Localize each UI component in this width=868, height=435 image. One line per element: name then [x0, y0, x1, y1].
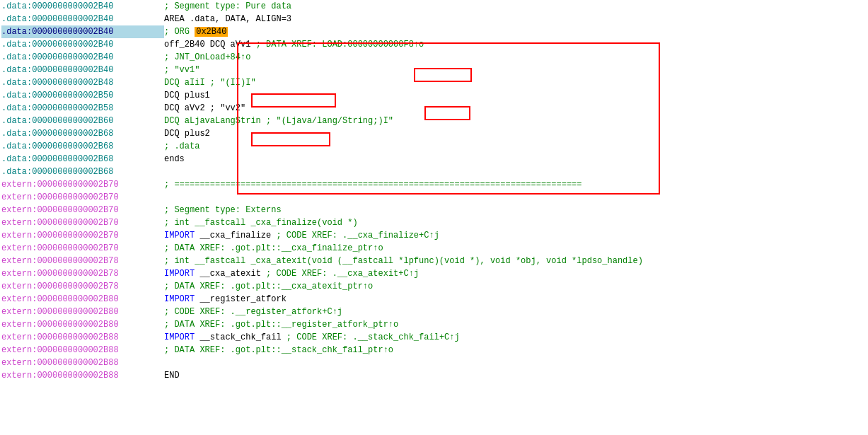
- line-content: DCQ plus1: [164, 89, 210, 102]
- line-address: extern:0000000000002B70: [1, 242, 164, 255]
- line-content: ; ORG 0x2B40: [164, 25, 228, 38]
- line-address: .data:0000000000002B40: [1, 25, 164, 38]
- code-line: extern:0000000000002B80 IMPORT __registe…: [0, 293, 868, 306]
- line-address: extern:0000000000002B88: [1, 331, 164, 344]
- code-line: .data:0000000000002B40 ; "vv1": [0, 64, 868, 76]
- line-address: extern:0000000000002B80: [1, 293, 164, 306]
- line-address: extern:0000000000002B80: [1, 306, 164, 318]
- line-content: ; .data: [164, 140, 199, 153]
- code-line: extern:0000000000002B88: [0, 356, 868, 369]
- code-line: extern:0000000000002B78 ; int __fastcall…: [0, 255, 868, 267]
- line-content: ; Segment type: Externs: [164, 204, 282, 216]
- line-address: .data:0000000000002B40: [1, 13, 164, 25]
- code-line: extern:0000000000002B70 ; DATA XREF: .go…: [0, 242, 868, 255]
- code-line: extern:0000000000002B78 ; DATA XREF: .go…: [0, 280, 868, 293]
- line-address: .data:0000000000002B68: [1, 140, 164, 153]
- lines-container: .data:0000000000002B40 ; Segment type: P…: [0, 0, 868, 382]
- line-content: ; "vv1": [164, 64, 199, 76]
- code-line: .data:0000000000002B40 ; ORG 0x2B40: [0, 25, 868, 38]
- line-address: .data:0000000000002B40: [1, 51, 164, 64]
- line-address: .data:0000000000002B48: [1, 76, 164, 89]
- code-line: extern:0000000000002B80 ; CODE XREF: .__…: [0, 306, 868, 318]
- line-address: .data:0000000000002B68: [1, 153, 164, 166]
- line-address: extern:0000000000002B70: [1, 216, 164, 229]
- line-address: extern:0000000000002B70: [1, 229, 164, 242]
- code-line: .data:0000000000002B68: [0, 166, 868, 178]
- line-address: extern:0000000000002B78: [1, 267, 164, 280]
- code-line: .data:0000000000002B68 DCQ plus2: [0, 127, 868, 140]
- line-content: IMPORT __stack_chk_fail ; CODE XREF: .__…: [164, 331, 460, 344]
- code-line: extern:0000000000002B70 ; int __fastcall…: [0, 216, 868, 229]
- line-address: extern:0000000000002B70: [1, 204, 164, 216]
- line-content: ; DATA XREF: .got.plt::__stack_chk_fail_…: [164, 344, 393, 356]
- line-content: DCQ aVv2 ; "vv2": [164, 102, 245, 115]
- code-line: .data:0000000000002B40 off_2B40 DCQ aVv1…: [0, 38, 868, 51]
- code-line: .data:0000000000002B68 ends: [0, 153, 868, 166]
- line-address: extern:0000000000002B88: [1, 369, 164, 382]
- line-content: DCQ aIiI ; "(II)I": [164, 76, 256, 89]
- line-content: IMPORT __register_atfork: [164, 293, 287, 306]
- code-line: extern:0000000000002B70 ; Segment type: …: [0, 204, 868, 216]
- line-content: AREA .data, DATA, ALIGN=3: [164, 13, 291, 25]
- code-line: extern:0000000000002B80 ; DATA XREF: .go…: [0, 318, 868, 331]
- line-content: ; DATA XREF: .got.plt::__cxa_atexit_ptr↑…: [164, 280, 373, 293]
- line-address: .data:0000000000002B68: [1, 166, 164, 178]
- line-content: ; CODE XREF: .__register_atfork+C↑j: [164, 306, 342, 318]
- line-content: ; int __fastcall _cxa_finalize(void *): [164, 216, 358, 229]
- code-line: extern:0000000000002B88 END: [0, 369, 868, 382]
- code-line: extern:0000000000002B70 IMPORT __cxa_fin…: [0, 229, 868, 242]
- line-address: .data:0000000000002B40: [1, 38, 164, 51]
- line-content: ; DATA XREF: .got.plt::__register_atfork…: [164, 318, 398, 331]
- code-line: .data:0000000000002B40 ; JNT_OnLoad+84↑o: [0, 51, 868, 64]
- line-address: extern:0000000000002B80: [1, 318, 164, 331]
- code-line: extern:0000000000002B88 ; DATA XREF: .go…: [0, 344, 868, 356]
- line-address: extern:0000000000002B70: [1, 178, 164, 191]
- line-content: ; JNT_OnLoad+84↑o: [164, 51, 250, 64]
- line-content: DCQ aLjavaLangStrin ; "(Ljava/lang/Strin…: [164, 115, 393, 127]
- code-line: extern:0000000000002B70: [0, 191, 868, 204]
- line-content: ; int __fastcall _cxa_atexit(void (__fas…: [164, 255, 643, 267]
- code-view: .data:0000000000002B40 ; Segment type: P…: [0, 0, 868, 435]
- code-line: extern:0000000000002B88 IMPORT __stack_c…: [0, 331, 868, 344]
- code-line: .data:0000000000002B40 ; Segment type: P…: [0, 0, 868, 13]
- line-content: ; DATA XREF: .got.plt::__cxa_finalize_pt…: [164, 242, 383, 255]
- code-line: .data:0000000000002B68 ; .data: [0, 140, 868, 153]
- line-address: extern:0000000000002B88: [1, 356, 164, 369]
- line-address: extern:0000000000002B78: [1, 280, 164, 293]
- code-line: .data:0000000000002B60 DCQ aLjavaLangStr…: [0, 115, 868, 127]
- code-line: extern:0000000000002B70 ; ==============…: [0, 178, 868, 191]
- line-content: IMPORT __cxa_finalize ; CODE XREF: .__cx…: [164, 229, 439, 242]
- code-line: .data:0000000000002B58 DCQ aVv2 ; "vv2": [0, 102, 868, 115]
- line-address: extern:0000000000002B78: [1, 255, 164, 267]
- line-content: off_2B40 DCQ aVv1 ; DATA XREF: LOAD:0000…: [164, 38, 424, 51]
- line-content: ; Segment type: Pure data: [164, 0, 291, 13]
- line-content: END: [164, 369, 180, 382]
- code-line: extern:0000000000002B78 IMPORT __cxa_ate…: [0, 267, 868, 280]
- code-line: .data:0000000000002B40 AREA .data, DATA,…: [0, 13, 868, 25]
- line-address: .data:0000000000002B50: [1, 89, 164, 102]
- line-address: extern:0000000000002B70: [1, 191, 164, 204]
- line-address: extern:0000000000002B88: [1, 344, 164, 356]
- line-content: DCQ plus2: [164, 127, 210, 140]
- code-line: .data:0000000000002B48 DCQ aIiI ; "(II)I…: [0, 76, 868, 89]
- line-content: ; ======================================…: [164, 178, 582, 191]
- line-address: .data:0000000000002B40: [1, 0, 164, 13]
- line-content: ends: [164, 153, 185, 166]
- code-line: .data:0000000000002B50 DCQ plus1: [0, 89, 868, 102]
- line-address: .data:0000000000002B58: [1, 102, 164, 115]
- line-address: .data:0000000000002B40: [1, 64, 164, 76]
- line-address: .data:0000000000002B60: [1, 115, 164, 127]
- line-address: .data:0000000000002B68: [1, 127, 164, 140]
- line-content: IMPORT __cxa_atexit ; CODE XREF: .__cxa_…: [164, 267, 419, 280]
